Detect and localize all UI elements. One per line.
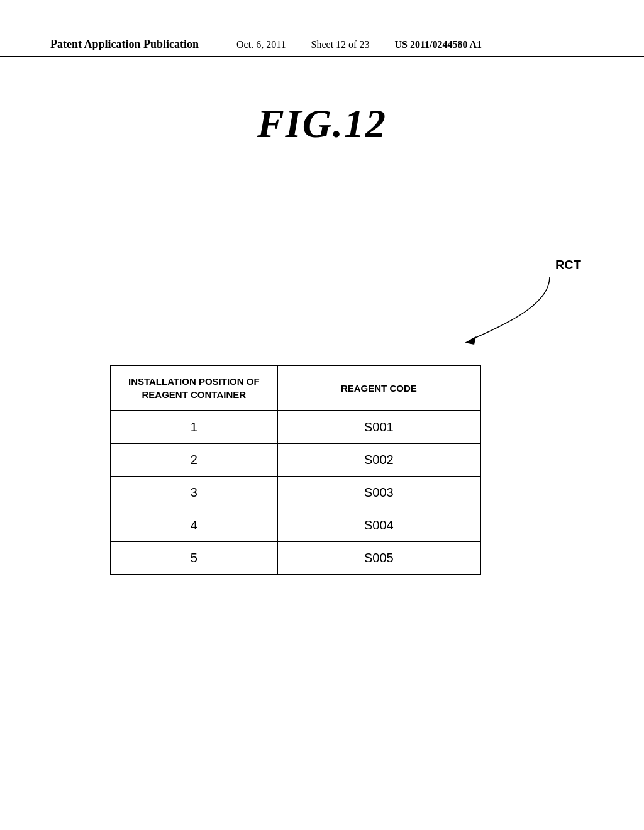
table-row: 3S003 bbox=[111, 477, 480, 509]
table-row: 1S001 bbox=[111, 411, 480, 444]
col-header-code: REAGENT CODE bbox=[277, 365, 480, 411]
position-cell: 4 bbox=[111, 509, 277, 542]
publication-label: Patent Application Publication bbox=[50, 38, 199, 51]
patent-number: US 2011/0244580 A1 bbox=[394, 39, 482, 50]
code-cell: S001 bbox=[277, 411, 480, 444]
figure-title: FIG.12 bbox=[0, 101, 644, 147]
position-cell: 2 bbox=[111, 444, 277, 477]
position-cell: 3 bbox=[111, 477, 277, 509]
sheet-number: Sheet 12 of 23 bbox=[311, 39, 370, 50]
reagent-table: INSTALLATION POSITION OF REAGENT CONTAIN… bbox=[110, 365, 481, 575]
code-cell: S005 bbox=[277, 542, 480, 575]
svg-marker-0 bbox=[465, 336, 476, 345]
rct-arrow bbox=[452, 270, 578, 352]
page-header: Patent Application Publication Oct. 6, 2… bbox=[0, 38, 644, 57]
publication-date: Oct. 6, 2011 bbox=[236, 39, 286, 50]
code-cell: S003 bbox=[277, 477, 480, 509]
code-cell: S002 bbox=[277, 444, 480, 477]
col-header-position: INSTALLATION POSITION OF REAGENT CONTAIN… bbox=[111, 365, 277, 411]
table-row: 2S002 bbox=[111, 444, 480, 477]
table-row: 5S005 bbox=[111, 542, 480, 575]
code-cell: S004 bbox=[277, 509, 480, 542]
table-row: 4S004 bbox=[111, 509, 480, 542]
position-cell: 5 bbox=[111, 542, 277, 575]
position-cell: 1 bbox=[111, 411, 277, 444]
